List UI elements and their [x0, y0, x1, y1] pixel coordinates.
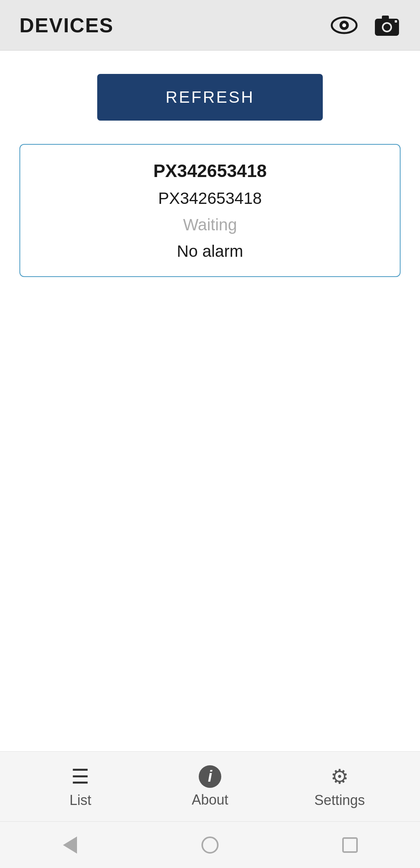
recents-button[interactable]: [334, 829, 366, 861]
system-nav-bar: [0, 821, 420, 868]
top-bar: DEVICES: [0, 0, 420, 51]
camera-icon: [373, 12, 401, 39]
home-button[interactable]: [194, 829, 226, 861]
main-content: REFRESH PX342653418 PX342653418 Waiting …: [0, 51, 420, 751]
nav-item-list[interactable]: ☰ List: [42, 765, 119, 808]
device-name-bold: PX342653418: [153, 160, 267, 181]
info-icon: i: [199, 765, 221, 788]
nav-label-about: About: [192, 792, 228, 808]
refresh-button[interactable]: REFRESH: [97, 74, 323, 121]
device-alarm: No alarm: [177, 242, 243, 261]
nav-item-about[interactable]: i About: [171, 765, 249, 808]
nav-label-settings: Settings: [314, 792, 365, 808]
list-icon: ☰: [71, 765, 89, 788]
nav-label-list: List: [70, 792, 91, 808]
back-icon: [63, 836, 77, 854]
header-icons: [331, 12, 401, 39]
device-card[interactable]: PX342653418 PX342653418 Waiting No alarm: [19, 144, 401, 277]
svg-point-5: [383, 24, 390, 31]
svg-rect-7: [395, 20, 397, 23]
eye-button[interactable]: [331, 12, 358, 39]
svg-rect-6: [382, 16, 389, 19]
camera-button[interactable]: [373, 12, 401, 39]
device-name-regular: PX342653418: [158, 189, 262, 208]
svg-point-2: [342, 23, 346, 27]
eye-icon: [331, 12, 358, 39]
nav-item-settings[interactable]: ⚙ Settings: [301, 765, 378, 808]
device-status: Waiting: [183, 216, 237, 234]
recents-icon: [342, 837, 358, 853]
back-button[interactable]: [54, 829, 86, 861]
gear-icon: ⚙: [331, 765, 349, 788]
page-title: DEVICES: [19, 14, 114, 37]
home-icon: [201, 836, 219, 854]
bottom-nav: ☰ List i About ⚙ Settings: [0, 751, 420, 821]
